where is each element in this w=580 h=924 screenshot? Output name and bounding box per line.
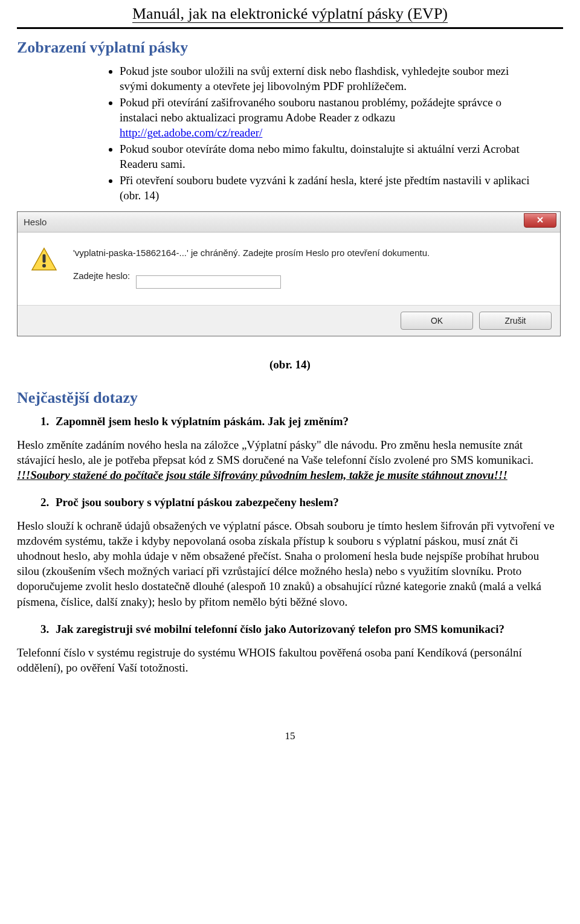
- ok-button[interactable]: OK: [401, 312, 473, 330]
- bullet-list: Pokud jste soubor uložili na svůj extern…: [120, 63, 563, 204]
- section-heading-faq: Nejčastější dotazy: [17, 388, 563, 408]
- svg-rect-0: [43, 254, 46, 263]
- password-input-label: Zadejte heslo:: [73, 270, 130, 282]
- password-input[interactable]: [136, 275, 281, 289]
- faq-item-1: Zapomněl jsem heslo k výplatním páskám. …: [52, 414, 563, 429]
- adobe-reader-link[interactable]: http://get.adobe.com/cz/reader/: [120, 126, 262, 139]
- faq-answer-1: Heslo změníte zadáním nového hesla na zá…: [17, 437, 563, 483]
- bullet-text: Pokud soubor otevíráte doma nebo mimo fa…: [120, 143, 520, 170]
- password-dialog-screenshot: Heslo 'vyplatni-paska-15862164-...' je c…: [17, 211, 563, 336]
- list-item: Pokud při otevírání zašifrovaného soubor…: [120, 95, 534, 140]
- section-heading-zobrazeni: Zobrazení výplatní pásky: [17, 37, 563, 58]
- faq-answer-2: Heslo slouží k ochraně údajů obsažených …: [17, 518, 563, 609]
- faq-item-3: Jak zaregistruji své mobilní telefonní č…: [52, 621, 563, 637]
- page-number: 15: [17, 730, 563, 743]
- page-header-title: Manuál, jak na elektronické výplatní pás…: [17, 0, 563, 26]
- faq-list: Zapomněl jsem heslo k výplatním páskám. …: [52, 414, 563, 429]
- close-button[interactable]: [524, 213, 556, 228]
- dialog-message: 'vyplatni-paska-15862164-...' je chráněn…: [73, 247, 552, 259]
- bullet-text: Při otevření souboru budete vyzváni k za…: [120, 174, 530, 202]
- dialog-body: 'vyplatni-paska-15862164-...' je chráněn…: [18, 233, 560, 305]
- faq-list: Proč jsou soubory s výplatní páskou zabe…: [52, 495, 563, 510]
- password-dialog: Heslo 'vyplatni-paska-15862164-...' je c…: [17, 211, 561, 336]
- close-icon: [536, 214, 544, 226]
- faq-question-1: Zapomněl jsem heslo k výplatním páskám. …: [56, 415, 349, 428]
- list-item: Pokud soubor otevíráte doma nebo mimo fa…: [120, 141, 534, 172]
- faq-answer-1-emphasis: !!!Soubory stažené do počítače jsou stál…: [17, 469, 507, 481]
- faq-list: Jak zaregistruji své mobilní telefonní č…: [52, 621, 563, 637]
- dialog-footer: OK Zrušit: [18, 305, 560, 336]
- faq-answer-1-text: Heslo změníte zadáním nového hesla na zá…: [17, 438, 533, 466]
- dialog-title: Heslo: [24, 216, 47, 228]
- warning-icon: [31, 247, 57, 274]
- bullet-text: Pokud jste soubor uložili na svůj extern…: [120, 65, 509, 92]
- faq-question-2: Proč jsou soubory s výplatní páskou zabe…: [56, 496, 339, 509]
- figure-caption: (obr. 14): [17, 357, 563, 372]
- list-item: Pokud jste soubor uložili na svůj extern…: [120, 63, 534, 94]
- dialog-titlebar: Heslo: [18, 212, 560, 233]
- header-rule: [17, 27, 563, 29]
- cancel-button[interactable]: Zrušit: [479, 312, 552, 330]
- svg-point-1: [42, 264, 46, 268]
- faq-question-3: Jak zaregistruji své mobilní telefonní č…: [56, 623, 504, 635]
- bullet-text: Pokud při otevírání zašifrovaného soubor…: [120, 96, 501, 124]
- faq-answer-3: Telefonní číslo v systému registruje do …: [17, 645, 563, 675]
- faq-item-2: Proč jsou soubory s výplatní páskou zabe…: [52, 495, 563, 510]
- list-item: Při otevření souboru budete vyzváni k za…: [120, 173, 534, 203]
